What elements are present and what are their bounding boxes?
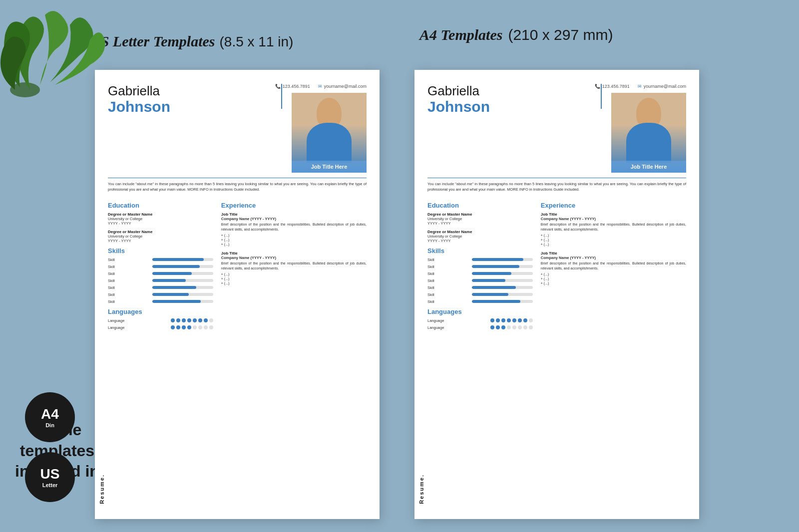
photo-label-us: Job Title Here	[292, 161, 367, 173]
divider-a4	[427, 178, 686, 178]
phone-a4: 123.456.7891	[602, 84, 630, 89]
phone-icon: 📞	[275, 84, 281, 89]
lang-row-1-a4: Language	[427, 318, 533, 323]
resume-doc-us: Gabriella Johnson 📞 123.456.7891 ✉ yourn…	[95, 70, 380, 519]
skill-row: Skill	[108, 278, 213, 283]
email-icon-a4: ✉	[638, 84, 642, 89]
skill-row-a4: Skill	[427, 258, 533, 262]
lang-row-2-a4: Language	[427, 325, 533, 330]
resume-vertical-us: Resume.	[99, 474, 105, 504]
skills-title-us: Skills	[108, 247, 213, 255]
skill-row-a4: Skill	[427, 292, 533, 297]
edu-entry-2-a4: Degree or Master Name University or Coll…	[427, 230, 533, 243]
first-name-us: Gabriella	[108, 84, 250, 98]
skill-row: Skill	[108, 292, 213, 297]
photo-us: Job Title Here	[292, 93, 367, 173]
last-name-us: Johnson	[108, 98, 250, 115]
exp-entry-2-us: Job Title Company Name (YYYY - YYYY) Bri…	[221, 251, 367, 285]
skill-row-a4: Skill	[427, 265, 533, 269]
resume-doc-a4: Gabriella Johnson 📞 123.456.7891 ✉ yourn…	[414, 70, 699, 519]
photo-label-a4: Job Title Here	[611, 161, 686, 173]
edu-entry-1-a4: Degree or Master Name University or Coll…	[427, 212, 533, 226]
divider-us	[108, 178, 367, 178]
skill-row: Skill	[108, 285, 213, 290]
about-text-us: You can include "about me" in these para…	[108, 181, 367, 193]
skill-row-a4: Skill	[427, 299, 533, 304]
contact-bar-us: 📞 123.456.7891 ✉ yourname@mail.com	[275, 84, 367, 89]
plant-decoration	[0, 0, 110, 100]
resume-vertical-a4: Resume.	[418, 474, 424, 504]
exp-entry-1-us: Job Title Company Name (YYYY - YYYY) Bri…	[221, 212, 367, 246]
skill-row: Skill	[108, 271, 213, 276]
education-title-us: Education	[108, 202, 213, 209]
last-name-a4: Johnson	[427, 98, 570, 115]
badge-us: US Letter	[25, 452, 75, 502]
lang-row-1-us: Language	[108, 318, 213, 323]
experience-title-us: Experience	[221, 202, 367, 209]
skill-row: Skill	[108, 265, 213, 269]
email-icon: ✉	[318, 84, 322, 89]
skill-row-a4: Skill	[427, 271, 533, 276]
edu-entry-2-us: Degree or Master Name University or Coll…	[108, 230, 213, 243]
education-title-a4: Education	[427, 202, 533, 209]
first-name-a4: Gabriella	[427, 84, 570, 98]
languages-title-a4: Languages	[427, 308, 533, 315]
exp-entry-2-a4: Job Title Company Name (YYYY - YYYY) Bri…	[541, 251, 686, 285]
experience-title-a4: Experience	[541, 202, 686, 209]
edu-entry-1-us: Degree or Master Name University or Coll…	[108, 212, 213, 226]
phone-us: 123.456.7891	[283, 84, 310, 89]
lang-row-2-us: Language	[108, 325, 213, 330]
email-a4: yourname@mail.com	[644, 84, 686, 89]
a4-title: A4 Templates (210 x 297 mm)	[419, 20, 613, 45]
skill-row-a4: Skill	[427, 285, 533, 290]
phone-icon-a4: 📞	[595, 84, 600, 89]
badge-a4: A4 Din	[25, 392, 75, 442]
us-letter-title: US Letter Templates (8.5 x 11 in)	[90, 30, 293, 51]
exp-entry-1-a4: Job Title Company Name (YYYY - YYYY) Bri…	[541, 212, 686, 246]
skills-title-a4: Skills	[427, 247, 533, 255]
about-text-a4: You can include "about me" in these para…	[427, 181, 686, 193]
skill-row: Skill	[108, 299, 213, 304]
email-us: yourname@mail.com	[324, 84, 367, 89]
languages-title-us: Languages	[108, 308, 213, 315]
skill-row: Skill	[108, 258, 213, 262]
skill-row-a4: Skill	[427, 278, 533, 283]
photo-a4: Job Title Here	[611, 93, 686, 173]
contact-bar-a4: 📞 123.456.7891 ✉ yourname@mail.com	[595, 84, 686, 89]
